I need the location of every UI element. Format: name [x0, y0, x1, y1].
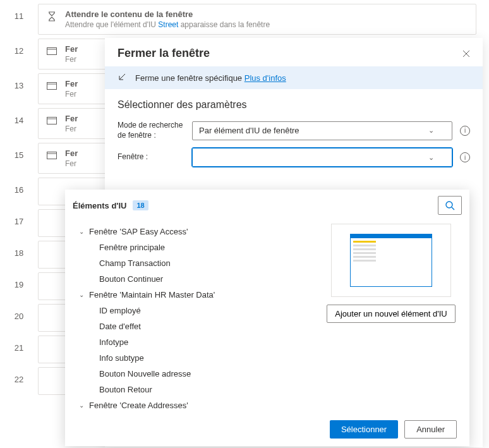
tree-item-label: Fenêtre 'Create Addresses' [89, 401, 188, 410]
line-number: 22 [0, 367, 38, 384]
window-icon [46, 45, 57, 57]
tree-parent[interactable]: ⌄Fenêtre 'Maintain HR Master Data' [71, 287, 318, 303]
info-bar: Ferme une fenêtre spécifique Plus d'info… [105, 66, 483, 89]
tree-child[interactable]: Infotype [71, 334, 318, 350]
line-number: 19 [0, 272, 38, 289]
line-number: 16 [0, 178, 38, 195]
tree-parent[interactable]: ⌄Fenêtre 'SAP Easy Access' [71, 224, 318, 239]
chevron-down-icon: ⌄ [79, 291, 85, 298]
tree-item-label: Info subtype [99, 353, 144, 363]
param-label-window: Fenêtre : [118, 152, 184, 162]
tree-item-label: Fenêtre 'SAP Easy Access' [89, 227, 188, 236]
line-number: 13 [0, 73, 38, 90]
cancel-button[interactable]: Annuler [404, 420, 457, 439]
tree-child[interactable]: Fenêtre principale [71, 239, 318, 255]
search-icon [445, 200, 455, 210]
tree-item-label: Bouton Nouvelle adresse [99, 369, 191, 378]
tree-parent[interactable]: ⌄Fenêtre 'Create Addresses' [71, 397, 318, 413]
line-number: 12 [0, 39, 38, 56]
select-button[interactable]: Sélectionner [330, 420, 398, 439]
hourglass-icon [46, 11, 57, 22]
tree-item-label: Champ Transaction [99, 258, 171, 268]
tree-child[interactable]: Champ Transaction [71, 255, 318, 271]
tree-child[interactable]: Bouton Nouvelle adresse [71, 366, 318, 382]
tree-item-label: ID employé [99, 306, 141, 315]
step-subtitle: Attendre que l'élément d'IU Street appar… [65, 20, 270, 29]
section-title: Sélectionner des paramètres [105, 89, 483, 117]
window-dropdown[interactable]: ⌄ [192, 148, 452, 167]
ui-elements-popup: Éléments d'IU 18 ⌄Fenêtre 'SAP Easy Acce… [65, 190, 469, 446]
svg-rect-2 [47, 83, 57, 90]
chevron-down-icon: ⌄ [428, 154, 434, 162]
tree-child[interactable]: Bouton Retour [71, 382, 318, 397]
step-title: Attendre le contenu de la fenêtre [65, 9, 270, 19]
close-icon[interactable] [462, 50, 470, 58]
param-label-search-mode: Mode de recherche de fenêtre : [118, 121, 184, 140]
svg-point-8 [446, 202, 452, 208]
line-number: 11 [0, 4, 38, 21]
chevron-down-icon: ⌄ [428, 126, 434, 135]
dialog-title: Fermer la fenêtre [118, 47, 210, 60]
tree-child[interactable]: Date d'effet [71, 318, 318, 334]
tree-child[interactable]: Bouton Continuer [71, 271, 318, 287]
tree-item-label: Infotype [99, 337, 128, 347]
tree-item-label: Fenêtre 'Maintain HR Master Data' [89, 290, 215, 300]
svg-line-9 [452, 207, 454, 210]
line-number: 15 [0, 143, 38, 160]
ui-element-tree[interactable]: ⌄Fenêtre 'SAP Easy Access'Fenêtre princi… [65, 221, 318, 413]
flow-step-wait[interactable]: Attendre le contenu de la fenêtre Attend… [38, 4, 476, 35]
line-number: 21 [0, 336, 38, 353]
window-icon [46, 115, 57, 126]
chevron-down-icon: ⌄ [79, 228, 85, 235]
tree-item-label: Date d'effet [99, 322, 141, 331]
window-icon [46, 150, 57, 161]
count-badge: 18 [133, 200, 148, 210]
tree-item-label: Bouton Continuer [99, 274, 163, 284]
more-info-link[interactable]: Plus d'infos [244, 73, 286, 83]
svg-rect-6 [47, 152, 57, 159]
info-icon[interactable]: i [460, 126, 470, 136]
svg-rect-0 [47, 48, 57, 55]
tree-child[interactable]: ID employé [71, 303, 318, 318]
line-number: 17 [0, 209, 38, 226]
add-ui-element-button[interactable]: Ajouter un nouvel élément d'IU [327, 305, 455, 323]
element-preview [331, 224, 451, 297]
svg-rect-4 [47, 118, 57, 124]
arrow-down-left-icon [118, 73, 128, 83]
popup-title: Éléments d'IU [73, 201, 126, 210]
tree-child[interactable]: Info subtype [71, 350, 318, 366]
search-button[interactable] [438, 196, 462, 215]
chevron-down-icon: ⌄ [79, 402, 85, 409]
tree-item-label: Bouton Retour [99, 385, 152, 394]
info-icon[interactable]: i [460, 152, 470, 162]
tree-item-label: Fenêtre principale [99, 243, 165, 252]
window-icon [46, 80, 57, 92]
line-number: 20 [0, 304, 38, 321]
search-mode-dropdown[interactable]: Par élément d'IU de fenêtre ⌄ [192, 121, 452, 140]
line-number: 14 [0, 108, 38, 125]
line-number: 18 [0, 241, 38, 258]
